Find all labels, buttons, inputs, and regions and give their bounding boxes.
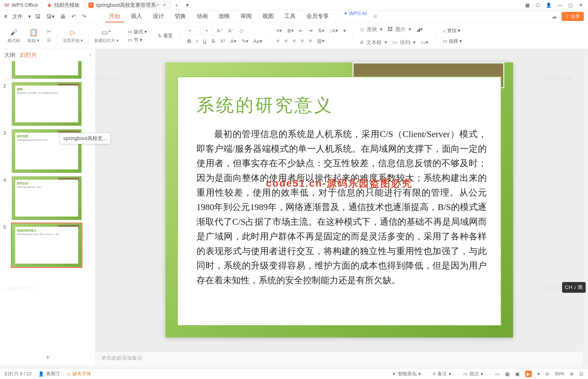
slide-thumb-5[interactable]: 系统的研究意义最初的管理信息的系统是人机系统，采用C/S（Client/Serv… [12, 223, 82, 267]
slide-counter[interactable]: 幻灯片 5 / 12 [5, 371, 32, 377]
slide-thumb-4[interactable]: 研究目的本系统开发设计主要是人性化、高效率… [12, 176, 82, 220]
align-right-icon[interactable]: ≡ [291, 37, 297, 45]
slide-content[interactable]: 最初的管理信息的系统是人机系统，采用C/S（Client/Server）模式，即… [197, 127, 487, 288]
review-button[interactable]: ▭ 批注 ▾ [463, 371, 483, 377]
beautify-button[interactable]: ✦ 智能美化 ▾ [392, 371, 421, 377]
reset-button[interactable]: ↻ 重置 [152, 23, 178, 49]
ime-indicator[interactable]: CH ♪ 简 [562, 282, 586, 293]
author-status[interactable]: 👤 奥斯汀 [38, 371, 60, 377]
picture-button[interactable]: 🖼 图片 ▾ [386, 24, 413, 35]
app-tab-wps[interactable]: W WPS Office [0, 0, 42, 10]
search-icon[interactable]: ⌕ [370, 11, 381, 22]
numbering-icon[interactable]: ≣▾ [286, 27, 295, 35]
add-slide-button[interactable]: ＋ [0, 349, 95, 365]
font-size-select[interactable]: ▾ [203, 27, 213, 35]
tab-review[interactable]: 审阅 [237, 11, 255, 22]
tab-insert[interactable]: 插入 [127, 11, 146, 22]
arrange-button[interactable]: ▭ 排列 ▾ [391, 37, 417, 48]
textbox-button[interactable]: A 文本框 ▾ [359, 37, 388, 48]
tab-slideshow[interactable]: 放映 [215, 11, 234, 22]
canvas-scroll[interactable]: 系统的研究意义 最初的管理信息的系统是人机系统，采用C/S（Client/Ser… [96, 49, 583, 351]
indent-right-icon[interactable]: ⇥ [307, 27, 314, 35]
italic-icon[interactable]: I [195, 37, 199, 45]
outline-icon[interactable]: ▭▾ [419, 38, 430, 46]
section-button[interactable]: ▭ 节 ▾ [126, 36, 144, 44]
missing-font-status[interactable]: ⚠ 缺失字体 [67, 371, 91, 377]
font-select[interactable]: ▾ [186, 27, 201, 35]
font-color-icon[interactable]: A▾ [229, 37, 238, 45]
tab-animation[interactable]: 动画 [193, 11, 212, 22]
slide-thumb-1[interactable] [12, 61, 82, 79]
clear-format-icon[interactable]: ◇ [238, 27, 245, 35]
print-icon[interactable]: 🖶 [60, 13, 66, 20]
strike-icon[interactable]: S̶ [210, 37, 216, 45]
cloud-icon[interactable]: ☁ [551, 13, 557, 20]
share-button[interactable]: ⇪ 分享 [562, 12, 584, 21]
copy-icon[interactable]: ⎘ [47, 37, 51, 44]
tab-view[interactable]: 视图 [259, 11, 277, 22]
normal-view-icon[interactable]: ▭ [495, 371, 500, 377]
decrease-font-icon[interactable]: A⁻ [227, 27, 236, 35]
change-case-icon[interactable]: Aa▾ [252, 37, 264, 45]
zoom-in-icon[interactable]: ⊕ [570, 371, 574, 377]
align-text-icon[interactable]: ▾ [342, 27, 347, 35]
undo-icon[interactable]: ↶ [71, 13, 76, 20]
fill-icon[interactable]: ◢▾ [415, 25, 424, 33]
zoom-out-icon[interactable]: ⊖ [545, 371, 549, 377]
close-tab-icon[interactable]: ✕ [163, 2, 166, 8]
tab-menu-button[interactable]: ▾ [183, 2, 192, 8]
file-menu[interactable]: 文件 [10, 13, 25, 20]
increase-font-icon[interactable]: A⁺ [215, 27, 224, 35]
align-justify-icon[interactable]: ≡ [299, 37, 305, 45]
minimize-icon[interactable]: — [558, 2, 562, 8]
slideshow-icon[interactable]: ▶ [525, 371, 532, 377]
file-dropdown-icon[interactable]: ▾ [25, 14, 34, 20]
highlight-icon[interactable]: ✎▾ [240, 37, 250, 45]
distribute-icon[interactable]: ≡ [307, 37, 313, 45]
app-tab-document[interactable]: P springboot高校竞赛管理系 ⟳ ✕ [84, 0, 170, 10]
paste-group[interactable]: 📋 粘贴 ▾ [24, 23, 43, 49]
zoom-level[interactable]: 95% [555, 371, 564, 377]
close-window-icon[interactable]: ✕ [579, 2, 583, 8]
bullets-icon[interactable]: ≡▾ [275, 27, 284, 35]
wps-ai-button[interactable]: ✦ WPS AI [343, 11, 367, 22]
format-brush-group[interactable]: 🖌 格式刷 [4, 23, 24, 49]
save-icon[interactable]: 🖫 [35, 13, 41, 20]
slide-title[interactable]: 系统的研究意义 [197, 94, 487, 117]
find-button[interactable]: ⌕ 查找 ▾ [441, 27, 462, 35]
slide-thumb-2[interactable]: 摘要：系统的管理信息，基于内容更新，应用，管理数据的各类使用于领… [12, 82, 82, 126]
remark-button[interactable]: ≡ 备注 ▾ [433, 371, 451, 377]
tab-start[interactable]: 开始 [105, 11, 124, 22]
sorter-view-icon[interactable]: ▦ [505, 371, 510, 377]
avatar-icon[interactable]: 👤 [546, 2, 552, 8]
from-current-group[interactable]: ▷ 当页开始 ▾ [59, 23, 86, 49]
slideshow-dropdown-icon[interactable]: ▾ [537, 371, 540, 377]
new-slide-group[interactable]: ▭⁺ 新建幻灯片 ▾ [91, 23, 122, 49]
maximize-icon[interactable]: ▢ [568, 2, 573, 8]
notes-pane[interactable]: 单击此处添加备注 [96, 351, 583, 365]
cut-icon[interactable]: ✂ [47, 28, 51, 35]
fit-icon[interactable]: ⊡ [579, 371, 583, 377]
align-center-icon[interactable]: ≡ [283, 37, 289, 45]
app-tab-template[interactable]: ◈ 找稻壳模板 [42, 0, 84, 10]
bold-icon[interactable]: B [186, 37, 192, 45]
text-direction-icon[interactable]: ↕A▾ [328, 27, 339, 35]
save-as-icon[interactable]: 🖫▾ [46, 13, 55, 20]
hamburger-icon[interactable]: ≡ [4, 14, 7, 20]
line-spacing-icon[interactable]: ⇅▾ [316, 27, 326, 35]
cube-icon[interactable]: ⬡ [536, 2, 540, 8]
redo-icon[interactable]: ↷ [82, 13, 86, 20]
underline-icon[interactable]: U [201, 37, 208, 45]
reading-view-icon[interactable]: ▣ [515, 371, 520, 377]
shape-button[interactable]: ◇ 形状 ▾ [359, 24, 384, 35]
tab-member[interactable]: 会员专享 [303, 11, 333, 22]
slides-tab[interactable]: 幻灯片 [20, 51, 37, 59]
grid-icon[interactable]: ▦ [525, 2, 530, 8]
align-left-icon[interactable]: ≡ [275, 37, 281, 45]
select-button[interactable]: ▭ 选择 ▾ [441, 37, 464, 45]
tab-design[interactable]: 设计 [149, 11, 168, 22]
tab-tools[interactable]: 工具 [281, 11, 299, 22]
indent-left-icon[interactable]: ⇤ [298, 27, 304, 35]
tab-transition[interactable]: 切换 [171, 11, 190, 22]
collapse-panel-icon[interactable]: ‹ [90, 52, 91, 58]
